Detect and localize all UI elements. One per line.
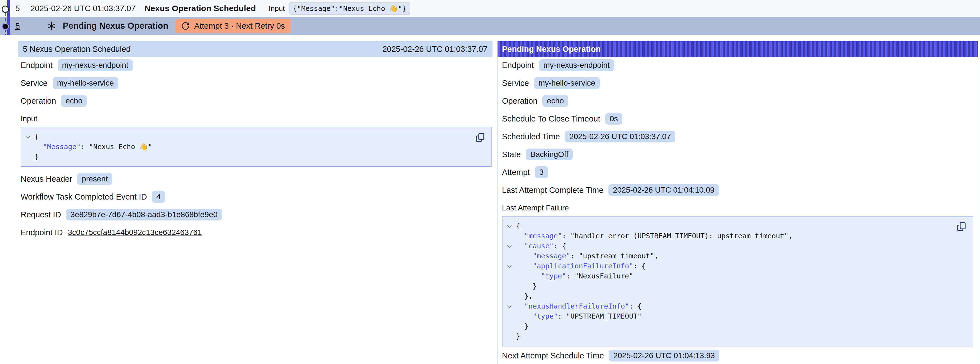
json-gutter <box>506 251 516 261</box>
field-next-attempt-schedule-time: Next Attempt Schedule Time 2025-02-26 UT… <box>502 349 973 362</box>
field-label: Endpoint <box>502 61 534 70</box>
event-input-chip: {"Message":"Nexus Echo 👋"} <box>289 3 410 14</box>
endpoint-id-link[interactable]: 3c0c75ccfa8144b092c13ce632463761 <box>68 228 202 237</box>
json-gutter <box>506 291 516 301</box>
json-line: }, <box>506 291 956 301</box>
field-value-badge: BackingOff <box>526 148 573 160</box>
json-gutter <box>25 152 35 162</box>
json-line: "type": "UPSTREAM_TIMEOUT" <box>506 311 956 321</box>
json-line: "message": "upstream timeout", <box>506 251 956 261</box>
field-label: Schedule To Close Timeout <box>502 114 600 123</box>
json-gutter <box>506 271 516 281</box>
copy-icon <box>475 133 485 142</box>
json-gutter <box>506 331 516 342</box>
field-label: Last Attempt Complete Time <box>502 186 603 195</box>
field-label: State <box>502 150 521 159</box>
field-label: Operation <box>502 96 537 105</box>
field-label: Service <box>502 78 529 88</box>
panel-pending-nexus-operation: Pending Nexus Operation Endpoint my-nexu… <box>498 41 978 364</box>
field-schedule-to-close-timeout: Schedule To Close Timeout 0s <box>502 112 973 125</box>
json-line: } <box>506 321 956 331</box>
field-value-badge: present <box>77 173 112 185</box>
field-value-badge: my-hello-service <box>534 77 600 89</box>
field-request-id: Request ID 3e829b7e-7d67-4b08-aad3-b1e86… <box>21 208 492 221</box>
panel-header-scheduled: 5 Nexus Operation Scheduled 2025-02-26 U… <box>18 41 493 57</box>
copy-button[interactable] <box>956 222 967 231</box>
retry-icon <box>181 21 190 30</box>
json-line: { <box>25 132 475 142</box>
field-endpoint-id: Endpoint ID 3c0c75ccfa8144b092c13ce63246… <box>21 226 492 239</box>
copy-button[interactable] <box>475 133 485 142</box>
field-label: Next Attempt Schedule Time <box>502 351 604 360</box>
field-value-badge: 4 <box>152 191 165 203</box>
field-value-badge: 2025-02-26 UTC 01:04:10.09 <box>608 184 719 196</box>
json-line: "Message": "Nexus Echo 👋" <box>25 142 475 152</box>
field-endpoint: Endpoint my-nexus-endpoint <box>21 59 492 72</box>
field-scheduled-time: Scheduled Time 2025-02-26 UTC 01:03:37.0… <box>502 130 973 143</box>
json-line: { <box>506 221 956 231</box>
input-label: Input <box>269 4 285 13</box>
panel-header-pending: Pending Nexus Operation <box>498 41 978 57</box>
field-label: Operation <box>21 96 56 105</box>
field-label: Endpoint ID <box>21 228 63 237</box>
event-id-link[interactable]: 5 <box>15 21 20 31</box>
field-value-badge: 0s <box>605 113 623 125</box>
timeline-node-current <box>2 23 9 30</box>
event-id-link[interactable]: 5 <box>15 4 20 13</box>
last-attempt-failure-label: Last Attempt Failure <box>502 203 973 213</box>
event-detail-panels: 5 Nexus Operation Scheduled 2025-02-26 U… <box>0 41 980 364</box>
field-last-attempt-complete-time: Last Attempt Complete Time 2025-02-26 UT… <box>502 184 973 196</box>
json-line: "applicationFailureInfo": { <box>506 261 956 271</box>
json-viewer: {"message": "handler error (UPSTREAM_TIM… <box>506 221 956 342</box>
field-label: Service <box>21 78 48 88</box>
field-value-badge: my-nexus-endpoint <box>58 59 133 71</box>
json-gutter <box>506 321 516 331</box>
field-workflow-task-completed-event-id: Workflow Task Completed Event ID 4 <box>21 190 492 203</box>
field-label: Workflow Task Completed Event ID <box>21 192 147 201</box>
retry-status-badge: Attempt 3 · Next Retry 0s <box>175 19 291 33</box>
field-value-badge: 2025-02-26 UTC 01:03:37.07 <box>565 131 675 142</box>
collapse-chevron-icon[interactable] <box>506 301 516 311</box>
json-line: "type": "NexusFailure" <box>506 271 956 281</box>
json-line: "message": "handler error (UPSTREAM_TIME… <box>506 231 956 241</box>
collapse-chevron-icon[interactable] <box>25 132 35 142</box>
json-line: "nexusHandlerFailureInfo": { <box>506 301 956 311</box>
field-value-badge: my-nexus-endpoint <box>539 59 614 71</box>
failure-json-block: {"message": "handler error (UPSTREAM_TIM… <box>502 216 973 346</box>
json-gutter <box>506 311 516 321</box>
input-json-block: {"Message": "Nexus Echo 👋"} <box>21 127 492 167</box>
json-gutter <box>25 142 35 152</box>
event-title: Pending Nexus Operation <box>63 21 168 31</box>
collapse-chevron-icon[interactable] <box>506 261 516 271</box>
field-value-badge: 3e829b7e-7d67-4b08-aad3-b1e868bfe9e0 <box>66 209 222 220</box>
field-state: State BackingOff <box>502 148 973 161</box>
retry-badge-text: Attempt 3 · Next Retry 0s <box>194 21 285 31</box>
collapse-chevron-icon[interactable] <box>506 241 516 251</box>
json-gutter <box>506 231 516 241</box>
history-row-nexus-operation-scheduled[interactable]: 5 2025-02-26 UTC 01:03:37.07 Nexus Opera… <box>0 0 980 17</box>
field-service: Service my-hello-service <box>21 77 492 89</box>
panel-title: Pending Nexus Operation <box>502 45 601 54</box>
input-section-label: Input <box>21 114 492 123</box>
event-timestamp: 2025-02-26 UTC 01:03:37.07 <box>30 4 135 13</box>
collapse-chevron-icon[interactable] <box>506 221 516 231</box>
field-operation: Operation echo <box>502 94 973 107</box>
json-viewer: {"Message": "Nexus Echo 👋"} <box>25 132 475 162</box>
field-label: Request ID <box>21 210 61 219</box>
field-label: Endpoint <box>21 61 52 70</box>
field-value-badge: my-hello-service <box>52 77 118 89</box>
event-title: Nexus Operation Scheduled <box>144 4 256 13</box>
timeline-connector-line <box>7 0 10 35</box>
field-label: Attempt <box>502 168 530 177</box>
json-line: } <box>506 331 956 342</box>
field-endpoint: Endpoint my-nexus-endpoint <box>502 59 973 72</box>
field-value-badge: echo <box>61 95 87 107</box>
panel-title: 5 Nexus Operation Scheduled <box>23 45 130 54</box>
field-value-badge: 3 <box>535 166 548 178</box>
field-label: Nexus Header <box>21 174 72 184</box>
timeline-node-open <box>2 6 9 13</box>
history-row-pending-nexus-operation[interactable]: 5 Pending Nexus Operation Attempt 3 · Ne… <box>0 17 980 35</box>
field-service: Service my-hello-service <box>502 77 973 89</box>
field-label: Scheduled Time <box>502 132 560 141</box>
panel-timestamp: 2025-02-26 UTC 01:03:37.07 <box>382 45 487 54</box>
